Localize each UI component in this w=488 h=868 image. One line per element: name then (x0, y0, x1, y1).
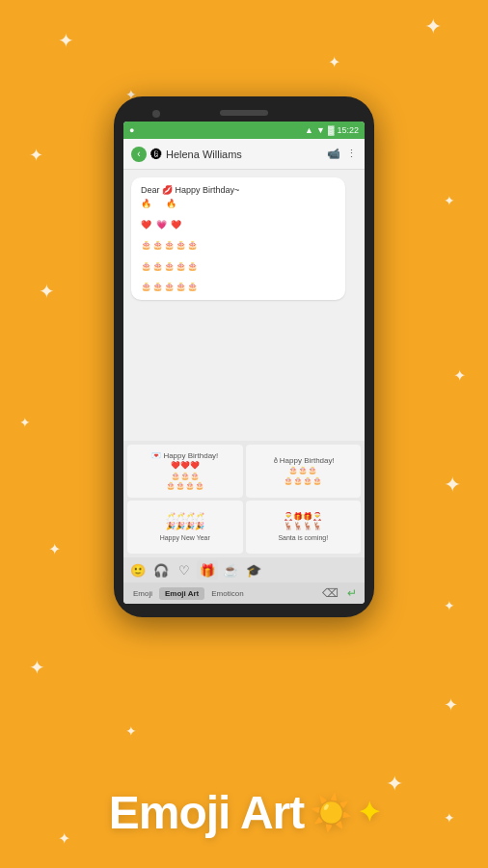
emoji-art-content: 🔥 🔥 ❤️ 💗 ❤️ 🎂🎂🎂🎂🎂 🎂🎂🎂🎂🎂 🎂🎂🎂🎂🎂 (141, 199, 336, 292)
sparkle-14: ✦ (125, 723, 137, 739)
emoji-art-panel: 💌 Happy Birthday!❤️❤️❤️🎂🎂🎂🎂🎂🎂🎂 🕯Happy Bi… (123, 441, 365, 557)
return-button[interactable]: ↵ (343, 584, 361, 602)
emoji-icon-btn[interactable]: 🙂 (127, 560, 149, 580)
chat-area: Dear 💋 Happy Birthday~ 🔥 🔥 ❤️ 💗 ❤️ 🎂🎂🎂🎂🎂… (123, 170, 365, 441)
sticker-icon-btn[interactable]: 🎧 (150, 560, 172, 580)
phone-speaker (220, 110, 268, 116)
art-tile-new-year[interactable]: 🥂🥂🥂🥂🎉🎉🎉🎉 Happy New Year (127, 501, 243, 554)
message-text: Dear 💋 Happy Birthday~ (141, 185, 336, 195)
gift-icon-btn[interactable]: 🎁 (197, 560, 218, 580)
phone-frame: ● ▲ ▼ ▓ 15:22 ‹ 🅖 Helena Williams 📹 ⋮ (114, 96, 374, 617)
time-display: 15:22 (337, 125, 359, 135)
sparkle-4: ✦ (29, 145, 43, 166)
status-bar-left: ● (129, 125, 134, 135)
hat-icon-btn[interactable]: 🎓 (243, 560, 264, 580)
app-title-text: Emoji Art (109, 786, 305, 839)
message-bubble: Dear 💋 Happy Birthday~ 🔥 🔥 ❤️ 💗 ❤️ 🎂🎂🎂🎂🎂… (131, 177, 345, 300)
sparkle-6: ✦ (39, 280, 55, 303)
video-call-icon[interactable]: 📹 (327, 148, 340, 160)
art-tile-birthday1[interactable]: 💌 Happy Birthday!❤️❤️❤️🎂🎂🎂🎂🎂🎂🎂 (127, 445, 243, 498)
more-options-icon[interactable]: ⋮ (346, 148, 357, 160)
sparkle-7: ✦ (453, 366, 466, 385)
art-tile-label-santa: Santa is coming! (278, 534, 328, 542)
sparkle-11: ✦ (444, 598, 455, 613)
art-tile-label-new-year: Happy New Year (160, 534, 210, 542)
chat-header-right: 📹 ⋮ (327, 148, 357, 160)
cup-icon-btn[interactable]: ☕ (220, 560, 241, 580)
contact-name: Helena Williams (166, 149, 242, 160)
tab-emoticon[interactable]: Emoticon (205, 587, 249, 600)
sparkle-16: ✦ (58, 829, 70, 848)
phone-screen: ● ▲ ▼ ▓ 15:22 ‹ 🅖 Helena Williams 📹 ⋮ (123, 122, 365, 604)
tab-emoji-art[interactable]: Emoji Art (159, 587, 204, 600)
delete-button[interactable]: ⌫ (318, 584, 342, 602)
app-title: Emoji Art ☀️ ✦ (109, 786, 380, 839)
art-tile-santa[interactable]: 🎅🎁🎁🎅🦌🦌🦌🦌 Santa is coming! (246, 501, 362, 554)
art-tile-emoji-birthday1: 💌 Happy Birthday!❤️❤️❤️🎂🎂🎂🎂🎂🎂🎂 (151, 451, 218, 492)
hangouts-icon: 🅖 (150, 148, 162, 161)
sparkle-2: ✦ (424, 14, 442, 40)
art-tile-emoji-new-year: 🥂🥂🥂🥂🎉🎉🎉🎉 (166, 512, 204, 532)
sparkle-12: ✦ (29, 656, 45, 679)
heart-icon-btn[interactable]: ♡ (174, 560, 195, 580)
sparkle-1: ✦ (328, 53, 340, 71)
art-tile-birthday2[interactable]: 🕯Happy Birthday!🎂🎂🎂🎂🎂🎂🎂 (246, 445, 362, 498)
battery-icon: ▓ (328, 125, 335, 135)
chat-header: ‹ 🅖 Helena Williams 📹 ⋮ (123, 139, 365, 170)
keyboard-icon-row: 🙂 🎧 ♡ 🎁 ☕ 🎓 (123, 557, 365, 583)
sparkle-15: ✦ (386, 772, 403, 797)
status-bar-right: ▲ ▼ ▓ 15:22 (305, 125, 359, 135)
chat-header-left: ‹ 🅖 Helena Williams (131, 147, 242, 162)
sparkle-9: ✦ (444, 473, 461, 498)
sparkle-10: ✦ (48, 540, 61, 558)
art-tile-emoji-birthday2: 🕯Happy Birthday!🎂🎂🎂🎂🎂🎂🎂 (272, 456, 335, 486)
title-sparkle-icon: ✦ (358, 797, 379, 828)
phone-top-bar (123, 110, 365, 116)
back-button[interactable]: ‹ (131, 147, 147, 162)
sparkle-8: ✦ (19, 415, 31, 430)
sun-icon: ☀️ (310, 793, 352, 833)
sparkle-13: ✦ (444, 694, 458, 716)
sparkle-0: ✦ (58, 29, 74, 52)
status-bar: ● ▲ ▼ ▓ 15:22 (123, 122, 365, 139)
sparkle-5: ✦ (444, 193, 455, 208)
art-tile-emoji-santa: 🎅🎁🎁🎅🦌🦌🦌🦌 (284, 512, 322, 532)
phone-camera (152, 110, 160, 118)
wifi-icon: ▼ (316, 125, 325, 135)
keyboard-type-tabs: Emoji Emoji Art Emoticon ⌫ ↵ (123, 583, 365, 604)
google-hangouts-icon: ● (129, 125, 134, 135)
tab-emoji[interactable]: Emoji (127, 587, 158, 600)
sparkle-17: ✦ (444, 810, 455, 826)
signal-icon: ▲ (305, 125, 313, 135)
